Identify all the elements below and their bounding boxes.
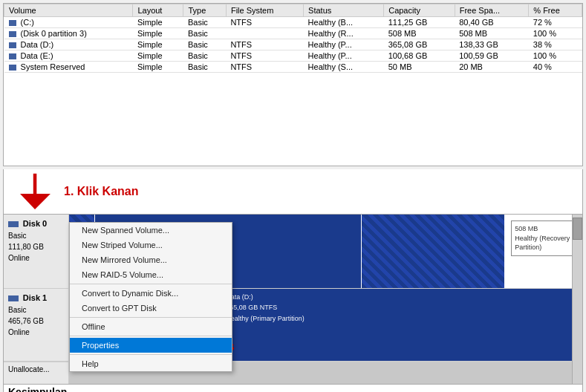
- cell-free: 138,33 GB: [455, 39, 529, 50]
- disk-management-table: Volume Layout Type File System Status Ca…: [3, 3, 583, 166]
- menu-separator: [70, 336, 232, 336]
- cell-capacity: 50 MB: [384, 62, 455, 73]
- menu-item-new-raid-5-volume---[interactable]: New RAID-5 Volume...: [70, 267, 232, 282]
- menu-item-new-mirrored-volume---[interactable]: New Mirrored Volume...: [70, 252, 232, 267]
- cell-fs: NTFS: [226, 50, 303, 62]
- footer-section: Kesimpulan: [3, 385, 583, 392]
- cell-status: Healthy (B...: [304, 17, 384, 28]
- menu-separator: [70, 317, 232, 318]
- table-header-row: Volume Layout Type File System Status Ca…: [4, 4, 582, 17]
- menu-item-new-striped-volume---[interactable]: New Striped Volume...: [70, 238, 232, 252]
- annotation-1-text: 1. Klik Kanan: [64, 185, 138, 198]
- col-status: Status: [304, 4, 384, 17]
- disk-icon-small: [9, 42, 16, 48]
- cell-fs: NTFS: [226, 62, 303, 73]
- disk1-icon: [8, 295, 19, 301]
- disk1-name: Disk 1: [23, 293, 47, 302]
- cell-volume: (C:): [4, 17, 133, 28]
- menu-item-offline[interactable]: Offline: [70, 319, 232, 334]
- cell-layout: Simple: [133, 39, 183, 50]
- cell-type: Basic: [183, 62, 227, 73]
- scrollbar-thumb[interactable]: [573, 218, 582, 240]
- annotation-1-area: 1. Klik Kanan: [3, 169, 583, 214]
- col-type: Type: [183, 4, 227, 17]
- cell-pct: 100 %: [529, 50, 582, 62]
- cell-status: Healthy (S...: [304, 62, 384, 73]
- cell-free: 80,40 GB: [455, 17, 529, 28]
- col-filesystem: File System: [226, 4, 303, 17]
- disk1-data-title: Data (D:): [226, 292, 579, 302]
- cell-volume: Data (E:): [4, 50, 133, 62]
- cell-layout: Simple: [133, 50, 183, 62]
- cell-type: Basic: [183, 39, 227, 50]
- col-capacity: Capacity: [384, 4, 455, 17]
- cell-layout: Simple: [133, 28, 183, 39]
- table-row[interactable]: (C:) Simple Basic NTFS Healthy (B... 111…: [4, 17, 582, 28]
- disk0-type: Basic: [8, 232, 26, 240]
- disk1-data-status: Healthy (Primary Partition): [226, 313, 579, 324]
- disk1-status: Online: [8, 328, 30, 336]
- cell-pct: 40 %: [529, 62, 582, 73]
- cell-status: Healthy (R...: [304, 28, 384, 39]
- col-freespace: Free Spa...: [455, 4, 529, 17]
- table-row[interactable]: (Disk 0 partition 3) Simple Basic Health…: [4, 28, 582, 39]
- col-volume: Volume: [4, 4, 133, 17]
- menu-separator: [70, 354, 232, 355]
- disk1-data-detail: 365,08 GB NTFS: [226, 302, 579, 313]
- cell-pct: 72 %: [529, 17, 582, 28]
- cell-capacity: 100,68 GB: [384, 50, 455, 62]
- cell-layout: Simple: [133, 17, 183, 28]
- menu-item-help[interactable]: Help: [70, 356, 232, 371]
- disk1-label: Disk 1 Basic 465,76 GB Online: [4, 289, 69, 361]
- cell-volume: (Disk 0 partition 3): [4, 28, 133, 39]
- scrollbar[interactable]: [572, 215, 582, 384]
- cell-layout: Simple: [133, 62, 183, 73]
- disk0-part-data[interactable]: [362, 215, 505, 288]
- menu-item-convert-to-gpt-disk[interactable]: Convert to GPT Disk: [70, 301, 232, 316]
- disk1-data-label: Data (D:) 365,08 GB NTFS Healthy (Primar…: [226, 292, 579, 324]
- cell-type: Basic: [183, 50, 227, 62]
- menu-item-convert-to-dynamic-disk---[interactable]: Convert to Dynamic Disk...: [70, 286, 232, 301]
- disk0-part-recovery-container: 508 MB Healthy (Recovery Partition): [505, 215, 582, 288]
- cell-volume: Data (D:): [4, 39, 133, 50]
- cell-free: 508 MB: [455, 28, 529, 39]
- cell-status: Healthy (P...: [304, 39, 384, 50]
- disk1-size: 465,76 GB: [8, 317, 44, 325]
- disk1-type: Basic: [8, 306, 26, 314]
- table-row[interactable]: Data (D:) Simple Basic NTFS Healthy (P..…: [4, 39, 582, 50]
- disk-icon-small: [9, 31, 16, 37]
- menu-item-new-spanned-volume---[interactable]: New Spanned Volume...: [70, 223, 232, 238]
- disk-icon-small: [9, 53, 16, 59]
- disk0-label: Disk 0 Basic 111,80 GB Online: [4, 215, 69, 288]
- menu-separator: [70, 284, 232, 284]
- cell-capacity: 365,08 GB: [384, 39, 455, 50]
- cell-fs: NTFS: [226, 39, 303, 50]
- cell-pct: 100 %: [529, 28, 582, 39]
- disk0-icon: [8, 221, 19, 227]
- col-layout: Layout: [133, 4, 183, 17]
- cell-free: 100,59 GB: [455, 50, 529, 62]
- disk0-name: Disk 0: [23, 219, 47, 228]
- volume-table: Volume Layout Type File System Status Ca…: [4, 4, 582, 73]
- cell-volume: System Reserved: [4, 62, 133, 73]
- cell-free: 20 MB: [455, 62, 529, 73]
- arrow-down-icon: [19, 172, 52, 211]
- table-row[interactable]: Data (E:) Simple Basic NTFS Healthy (P..…: [4, 50, 582, 62]
- cell-type: Basic: [183, 17, 227, 28]
- col-pctfree: % Free: [529, 4, 582, 17]
- cell-fs: [226, 28, 303, 39]
- table-row[interactable]: System Reserved Simple Basic NTFS Health…: [4, 62, 582, 73]
- disk-management-bottom: Disk 0 Basic 111,80 GB Online le File, C…: [3, 214, 583, 385]
- cell-pct: 38 %: [529, 39, 582, 50]
- unallocated-label: Unallocate...: [4, 362, 69, 384]
- cell-status: Healthy (P...: [304, 50, 384, 62]
- disk0-status: Online: [8, 254, 30, 262]
- disk-icon-small: [9, 20, 16, 26]
- cell-capacity: 111,25 GB: [384, 17, 455, 28]
- cell-fs: NTFS: [226, 17, 303, 28]
- menu-item-properties[interactable]: Properties: [70, 338, 232, 353]
- cell-type: Basic: [183, 28, 227, 39]
- disk1-data-box[interactable]: Data (D:) 365,08 GB NTFS Healthy (Primar…: [223, 289, 582, 361]
- context-menu: New Spanned Volume...New Striped Volume.…: [69, 222, 232, 372]
- disk-icon-small: [9, 65, 16, 71]
